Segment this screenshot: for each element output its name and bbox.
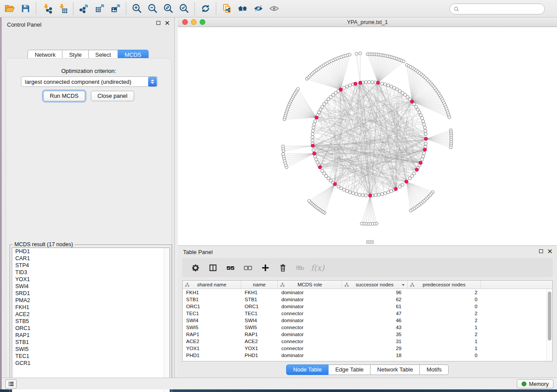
zoom-in-button[interactable] bbox=[129, 2, 145, 16]
table-row[interactable]: FKH1FKH1dominator962 bbox=[183, 289, 552, 296]
cell-predecessor-nodes: 1 bbox=[408, 345, 481, 352]
column-header-predecessor-nodes[interactable]: predecessor nodes bbox=[408, 281, 481, 289]
mcds-result-item[interactable]: FKH1 bbox=[12, 304, 170, 311]
houses-icon bbox=[237, 3, 248, 14]
import-network-icon bbox=[42, 3, 52, 14]
mcds-result-item[interactable]: ORC1 bbox=[12, 325, 170, 332]
cell-MCDS-role: connector bbox=[278, 345, 342, 352]
tab-motifs[interactable]: Motifs bbox=[420, 364, 449, 375]
node-table[interactable]: shared namenameMCDS rolesuccessor nodesp… bbox=[182, 280, 553, 361]
mcds-result-item[interactable]: TEC1 bbox=[12, 353, 170, 360]
hide-selected-button[interactable] bbox=[250, 2, 266, 16]
tab-edge-table[interactable]: Edge Table bbox=[329, 364, 370, 375]
column-header-successor-nodes[interactable]: successor nodes bbox=[342, 281, 408, 289]
table-scrollbar[interactable] bbox=[547, 289, 552, 361]
memory-button[interactable]: Memory bbox=[517, 379, 554, 389]
cell-shared-name: TEC1 bbox=[183, 310, 241, 317]
mcds-result-item[interactable]: YOX1 bbox=[12, 276, 170, 283]
list-scrollbar[interactable] bbox=[164, 248, 170, 392]
close-panel-button[interactable]: Close panel bbox=[91, 91, 134, 101]
clear-table-button[interactable] bbox=[294, 261, 306, 274]
zoom-selected-button[interactable] bbox=[176, 2, 192, 16]
run-mcds-button[interactable]: Run MCDS bbox=[43, 91, 85, 101]
export-image-button[interactable] bbox=[107, 2, 123, 16]
save-session-button[interactable] bbox=[17, 2, 33, 16]
table-body: FKH1FKH1dominator962STB1STB1dominator620… bbox=[183, 289, 552, 359]
mcds-result-item[interactable]: STP4 bbox=[12, 262, 170, 269]
show-columns-button[interactable] bbox=[207, 261, 219, 274]
column-header-shared-name[interactable]: shared name bbox=[183, 281, 241, 289]
table-settings-button[interactable] bbox=[189, 261, 201, 274]
zoom-out-button[interactable] bbox=[145, 2, 160, 16]
export-network-button[interactable] bbox=[76, 2, 92, 16]
cell-name: TEC1 bbox=[241, 310, 278, 317]
mcds-result-item[interactable]: STB1 bbox=[12, 339, 170, 346]
function-builder-button[interactable]: f(x) bbox=[311, 261, 324, 274]
network-title: YPA_prune.txt_1 bbox=[178, 19, 557, 25]
close-panel-icon[interactable]: ✕ bbox=[164, 21, 170, 25]
cell-successor-nodes: 18 bbox=[342, 352, 408, 359]
cell-shared-name: STB1 bbox=[183, 296, 241, 303]
unchecked-boxes-icon bbox=[243, 263, 253, 272]
float-panel-icon[interactable] bbox=[539, 249, 543, 253]
mcds-result-item[interactable]: RAP1 bbox=[12, 332, 170, 339]
mcds-result-item[interactable]: TID3 bbox=[12, 269, 170, 276]
column-header-name[interactable]: name bbox=[241, 281, 278, 289]
import-table-button[interactable] bbox=[55, 2, 70, 16]
mcds-result-item[interactable]: SRD1 bbox=[12, 290, 170, 297]
deselect-all-button[interactable] bbox=[242, 261, 254, 274]
table-row[interactable]: RAP1RAP1dominator352 bbox=[183, 331, 552, 338]
add-column-button[interactable] bbox=[259, 261, 271, 274]
copy-style-button[interactable] bbox=[219, 2, 235, 16]
close-panel-icon[interactable]: ✕ bbox=[547, 249, 553, 253]
table-row[interactable]: TEC1TEC1connector472 bbox=[183, 310, 552, 317]
toolbar-separator bbox=[73, 3, 73, 15]
table-row[interactable]: SWI5SWI5connector431 bbox=[183, 324, 552, 331]
mcds-result-item[interactable]: CAR1 bbox=[12, 255, 170, 262]
open-folder-icon bbox=[4, 3, 15, 14]
criterion-dropdown[interactable]: largest connected component (undirected) bbox=[21, 76, 158, 87]
tab-node-table[interactable]: Node Table bbox=[286, 364, 329, 375]
export-table-button[interactable] bbox=[92, 2, 107, 16]
table-scrollbar-thumb[interactable] bbox=[548, 292, 551, 340]
mcds-result-item[interactable]: PMA2 bbox=[12, 297, 170, 304]
network-graph-canvas[interactable] bbox=[178, 27, 557, 245]
zoom-fit-button[interactable] bbox=[160, 2, 176, 16]
table-row[interactable]: ACE2ACE2connector311 bbox=[183, 338, 552, 345]
delete-column-button[interactable] bbox=[277, 261, 289, 274]
cell-successor-nodes: 35 bbox=[342, 331, 408, 338]
search-input[interactable] bbox=[462, 6, 540, 12]
show-all-button[interactable] bbox=[266, 2, 282, 16]
tab-network-table[interactable]: Network Table bbox=[370, 364, 420, 375]
zoom-fit-icon bbox=[163, 3, 174, 14]
import-network-button[interactable] bbox=[39, 2, 55, 16]
cell-name: STB1 bbox=[241, 296, 278, 303]
mcds-result-item[interactable]: ACE2 bbox=[12, 311, 170, 318]
open-file-button[interactable] bbox=[2, 2, 17, 16]
table-row[interactable]: ORC1ORC1dominator610 bbox=[183, 303, 552, 310]
select-all-button[interactable] bbox=[224, 261, 236, 274]
search-field[interactable] bbox=[450, 3, 545, 14]
cell-successor-nodes: 47 bbox=[342, 310, 408, 317]
cell-MCDS-role: dominator bbox=[278, 289, 342, 296]
plus-icon bbox=[261, 263, 270, 272]
table-row[interactable]: YOX1YOX1connector291 bbox=[183, 345, 552, 352]
mcds-result-list[interactable]: PHD1CAR1STP4TID3YOX1SWI4SRD1PMA2FKH1ACE2… bbox=[12, 248, 170, 392]
checked-boxes-icon bbox=[226, 263, 235, 272]
mcds-result-item[interactable]: PHD1 bbox=[12, 248, 170, 255]
mcds-result-item[interactable]: SWI4 bbox=[12, 283, 170, 290]
column-header-MCDS-role[interactable]: MCDS role bbox=[278, 281, 342, 289]
mcds-result-item[interactable]: STB5 bbox=[12, 318, 170, 325]
refresh-button[interactable] bbox=[197, 2, 213, 16]
table-row[interactable]: STB1STB1dominator620 bbox=[183, 296, 552, 303]
table-row[interactable]: PHD1PHD1dominator180 bbox=[183, 352, 552, 359]
first-neighbors-button[interactable] bbox=[235, 2, 250, 16]
float-panel-icon[interactable] bbox=[156, 21, 160, 25]
task-history-button[interactable] bbox=[5, 379, 17, 389]
cell-successor-nodes: 62 bbox=[342, 296, 408, 303]
panel-splitter-handle[interactable] bbox=[366, 240, 374, 244]
export-image-icon bbox=[110, 3, 121, 14]
table-row[interactable]: SWI4SWI4dominator462 bbox=[183, 317, 552, 324]
mcds-result-item[interactable]: GCR1 bbox=[12, 360, 170, 367]
mcds-result-item[interactable]: SWI5 bbox=[12, 346, 170, 353]
